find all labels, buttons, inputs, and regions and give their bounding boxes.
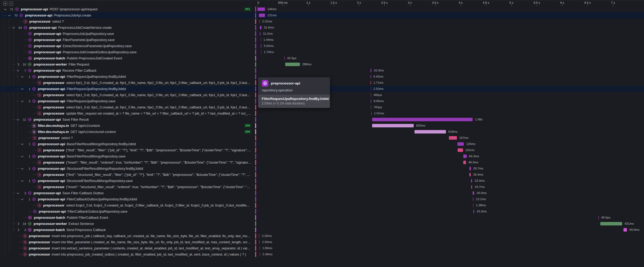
trace-span-row[interactable]: preprocessor select fcoje1_0.id, fcoje1_… bbox=[0, 202, 644, 208]
span-duration-bar[interactable] bbox=[473, 210, 474, 213]
trace-span-row[interactable]: 3 preprocessor-batch Send Preprocess Cal… bbox=[0, 227, 644, 233]
chevron-down-icon[interactable] bbox=[16, 70, 20, 71]
span-duration-bar[interactable] bbox=[371, 112, 372, 115]
span-duration-bar[interactable] bbox=[260, 26, 261, 29]
trace-span-row[interactable]: 7 preprocessor-api Receive Filter Callba… bbox=[0, 67, 644, 74]
trace-span-row[interactable]: 1 preprocessor-api BasicFilterResultMong… bbox=[0, 153, 644, 159]
span-duration-bar[interactable] bbox=[259, 240, 260, 244]
trace-span-row[interactable]: 1 preprocessor-api StructuredFilterResul… bbox=[0, 165, 644, 172]
chevron-down-icon[interactable] bbox=[16, 192, 20, 194]
trace-span-row[interactable]: 1 preprocessor-api BasicFilterResultMong… bbox=[0, 141, 644, 147]
span-duration-bar[interactable] bbox=[469, 167, 471, 170]
span-duration-bar[interactable] bbox=[471, 179, 472, 183]
span-duration-bar[interactable] bbox=[371, 75, 371, 78]
trace-span-row[interactable]: preprocessor-api FilterCallbackOutboxJpa… bbox=[0, 208, 644, 215]
span-duration-bar[interactable] bbox=[371, 106, 371, 109]
span-duration-bar[interactable] bbox=[260, 253, 260, 256]
chevron-right-icon[interactable] bbox=[16, 63, 20, 65]
span-duration-bar[interactable] bbox=[284, 56, 285, 60]
span-duration-bar[interactable] bbox=[463, 161, 466, 164]
axis-tick-mark bbox=[359, 5, 359, 6]
trace-span-row[interactable]: preprocessor-api PreprocessJobCreatedOut… bbox=[0, 49, 644, 55]
trace-span-row[interactable]: preprocessor insert into filter_paramete… bbox=[0, 239, 644, 245]
trace-span-row[interactable]: preprocessor insert into extract_sentenc… bbox=[0, 245, 644, 251]
span-duration-bar[interactable] bbox=[371, 81, 371, 84]
span-duration-bar[interactable] bbox=[471, 185, 472, 189]
span-duration-bar[interactable] bbox=[260, 246, 260, 250]
trace-span-row[interactable]: preprocessor {"find": "structured_filter… bbox=[0, 172, 644, 178]
span-duration-bar[interactable] bbox=[259, 14, 265, 17]
span-duration-bar[interactable] bbox=[473, 204, 473, 207]
span-duration-bar[interactable] bbox=[372, 118, 473, 121]
chevron-down-icon[interactable] bbox=[20, 168, 24, 169]
trace-span-row[interactable]: preprocessor insert into preprocess_job … bbox=[0, 233, 644, 239]
collapse-all-button[interactable]: − bbox=[9, 2, 13, 6]
span-duration-bar[interactable] bbox=[463, 155, 467, 158]
trace-span-row[interactable]: preprocessor select ? 2.31ms bbox=[0, 18, 644, 25]
chevron-down-icon[interactable] bbox=[20, 198, 24, 200]
chevron-down-icon[interactable] bbox=[3, 8, 7, 10]
span-duration-bar[interactable] bbox=[449, 136, 457, 140]
chevron-down-icon[interactable] bbox=[16, 119, 20, 120]
trace-span-row[interactable]: preprocessor {"find": "filter_result", "… bbox=[0, 147, 644, 153]
trace-span-row[interactable]: filter.dev.muhayu.in GET /api/v1/content… bbox=[0, 123, 644, 129]
span-duration-bar[interactable] bbox=[261, 44, 261, 48]
span-duration-bar[interactable] bbox=[259, 20, 260, 23]
trace-span-row[interactable]: 18 preprocessor-worker Extract Sentence … bbox=[0, 221, 644, 227]
chevron-down-icon[interactable] bbox=[20, 155, 24, 157]
trace-span-row[interactable]: 3 preprocessor-api Save Filter Callback … bbox=[0, 190, 644, 196]
trace-span-row[interactable]: 64 preprocessor-api PreprocessJobCreateS… bbox=[0, 25, 644, 31]
span-duration-bar[interactable] bbox=[261, 50, 261, 54]
chevron-down-icon[interactable] bbox=[20, 180, 24, 182]
span-duration-bar[interactable] bbox=[259, 234, 259, 238]
trace-span-row[interactable]: preprocessor-batch Publish FilterCallbac… bbox=[0, 215, 644, 221]
trace-span-row[interactable]: 11 preprocessor-api Save Filter Result 1… bbox=[0, 116, 644, 123]
span-duration-bar[interactable] bbox=[598, 216, 599, 219]
trace-span-row[interactable]: 10 preprocessor-worker Filter Request 28… bbox=[0, 61, 644, 67]
span-duration-bar[interactable] bbox=[473, 197, 473, 201]
chevron-down-icon[interactable] bbox=[20, 100, 24, 102]
span-duration-bar[interactable] bbox=[285, 63, 300, 66]
span-duration-bar[interactable] bbox=[414, 130, 446, 134]
span-duration-bar[interactable] bbox=[257, 7, 265, 11]
chevron-down-icon[interactable] bbox=[7, 14, 11, 16]
span-duration-bar[interactable] bbox=[600, 222, 622, 225]
span-duration-bar[interactable] bbox=[371, 69, 371, 72]
span-label: 7 preprocessor-api Receive Filter Callba… bbox=[0, 67, 253, 74]
trace-span-row[interactable]: preprocessor-api PreprocessJobJpaReposit… bbox=[0, 31, 644, 37]
span-duration-bar[interactable] bbox=[260, 32, 260, 35]
trace-span-row[interactable]: filter.dev.muhayu.in GET /api/v1/structu… bbox=[0, 129, 644, 135]
axis-tick-mark bbox=[461, 5, 461, 6]
chevron-down-icon[interactable] bbox=[20, 143, 24, 145]
span-duration-bar[interactable] bbox=[469, 173, 471, 176]
span-duration-bar[interactable] bbox=[457, 142, 464, 146]
chevron-down-icon[interactable] bbox=[12, 27, 15, 29]
trace-span-row[interactable]: preprocessor {"insert": "structured_filt… bbox=[0, 184, 644, 190]
span-duration-bar[interactable] bbox=[372, 124, 414, 127]
span-duration-bar[interactable] bbox=[371, 99, 371, 103]
expand-all-button[interactable]: + bbox=[3, 2, 7, 6]
trace-span-row[interactable]: preprocessor-api FilterParameterJpaRepos… bbox=[0, 37, 644, 43]
trace-span-row[interactable]: 71 preprocessor-api POST /preprocessor-a… bbox=[0, 6, 644, 12]
trace-span-row[interactable]: 1 preprocessor-api FilterCallbackOutboxJ… bbox=[0, 196, 644, 202]
span-duration-bar[interactable] bbox=[371, 93, 371, 97]
span-duration-bar[interactable] bbox=[371, 87, 371, 91]
span-duration-bar[interactable] bbox=[458, 148, 463, 152]
chevron-right-icon[interactable] bbox=[16, 229, 20, 231]
span-duration-bar[interactable] bbox=[623, 228, 627, 232]
chevron-right-icon[interactable] bbox=[16, 223, 20, 225]
trace-span-row[interactable]: preprocessor update filter_request set c… bbox=[0, 110, 644, 116]
axis-tick-mark bbox=[537, 5, 537, 6]
trace-span-row[interactable]: 70 preprocessor-api PreprocessJobApi.cre… bbox=[0, 12, 644, 18]
trace-span-row[interactable]: preprocessor-api ExtractSentenceParamete… bbox=[0, 43, 644, 49]
trace-span-row[interactable]: preprocessor {"insert": "filter_result",… bbox=[0, 159, 644, 165]
trace-span-row[interactable]: 1 preprocessor-api StructuredFilterResul… bbox=[0, 178, 644, 184]
chevron-down-icon[interactable] bbox=[20, 76, 24, 78]
trace-span-row[interactable]: preprocessor select ? 157ms bbox=[0, 135, 644, 141]
service-name: preprocessor bbox=[43, 161, 65, 164]
chevron-down-icon[interactable] bbox=[20, 88, 24, 90]
trace-span-row[interactable]: preprocessor insert into preprocess_job_… bbox=[0, 251, 644, 257]
span-duration-bar[interactable] bbox=[473, 191, 474, 195]
span-duration-bar[interactable] bbox=[261, 38, 261, 42]
trace-span-row[interactable]: preprocessor-batch Publish PreprocessJob… bbox=[0, 55, 644, 61]
